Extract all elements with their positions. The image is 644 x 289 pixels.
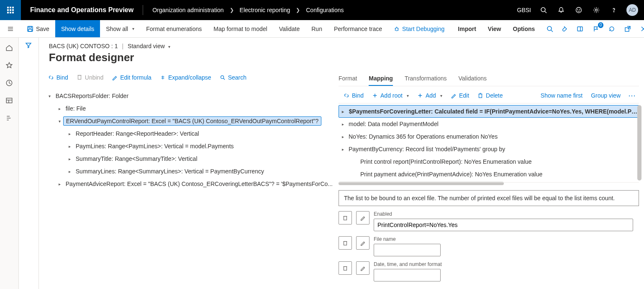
show-all-button[interactable]: Show all ▾ xyxy=(100,20,140,37)
datasource-row[interactable]: ▸PaymentByCurrency: Record list 'model/P… xyxy=(339,143,639,155)
flag-icon[interactable]: 0 xyxy=(591,24,601,34)
ds-edit-button[interactable]: Edit xyxy=(447,90,472,101)
search-tree-button[interactable]: Search xyxy=(216,72,250,83)
edit-enabled-button[interactable] xyxy=(356,211,369,224)
tree-row[interactable]: ▸ReportHeader: Range<ReportHeader>: Vert… xyxy=(46,127,335,140)
datasource-tree[interactable]: ▸$PaymentsForCoveringLetter: Calculated … xyxy=(339,103,639,183)
chevron-right-icon[interactable]: ▸ xyxy=(339,109,347,114)
add-button[interactable]: Add ▾ xyxy=(414,90,446,101)
add-root-button[interactable]: Add root ▾ xyxy=(369,90,412,101)
format-enumerations-button[interactable]: Format enumerations xyxy=(140,20,208,37)
datasource-row[interactable]: ▸NoYes: Dynamics 365 for Operations enum… xyxy=(339,130,639,143)
filename-input[interactable] xyxy=(374,244,441,256)
vertical-scrollbar[interactable] xyxy=(637,105,641,181)
datasource-row[interactable]: ▸model: Data model PaymentModel xyxy=(339,118,639,130)
popout-icon[interactable] xyxy=(623,24,633,34)
ds-delete-button[interactable]: Delete xyxy=(474,90,506,101)
home-icon[interactable] xyxy=(4,43,14,53)
delete-enabled-button[interactable] xyxy=(339,211,352,224)
tab-format[interactable]: Format xyxy=(339,72,357,86)
options-menu-button[interactable]: Options xyxy=(507,20,541,37)
chevron-right-icon[interactable]: ▸ xyxy=(67,144,73,149)
chevron-right-icon[interactable]: ▸ xyxy=(339,147,347,152)
view-selector[interactable]: Standard view ▾ xyxy=(128,43,170,49)
performance-trace-button[interactable]: Performance trace xyxy=(328,20,388,37)
company-label[interactable]: GBSI xyxy=(517,7,531,13)
chevron-right-icon[interactable]: ▸ xyxy=(67,169,73,174)
hamburger-button[interactable] xyxy=(0,20,21,37)
breadcrumb-item[interactable]: Electronic reporting xyxy=(240,7,290,13)
edit-datefmt-button[interactable] xyxy=(356,261,369,275)
datefmt-input[interactable] xyxy=(374,269,441,281)
tab-validations[interactable]: Validations xyxy=(459,72,487,86)
import-button[interactable]: Import xyxy=(452,20,482,37)
tree-row[interactable]: ▸PaymLines: Range<PaymLines>: Vertical =… xyxy=(46,140,335,152)
more-icon[interactable]: ⋯ xyxy=(626,91,639,100)
view-menu-button[interactable]: View xyxy=(482,20,507,37)
run-button[interactable]: Run xyxy=(305,20,328,37)
svg-line-17 xyxy=(395,30,396,30)
panel-icon[interactable] xyxy=(575,24,585,34)
chevron-down-icon[interactable]: ▾ xyxy=(46,94,53,98)
expand-collapse-button[interactable]: Expand/collapse xyxy=(157,72,215,83)
delete-filename-button[interactable] xyxy=(339,236,352,250)
tree-row[interactable]: ▸SummaryTitle: Range<SummaryTitle>: Vert… xyxy=(46,152,335,165)
chevron-right-icon[interactable]: ▸ xyxy=(67,157,73,161)
gear-icon[interactable] xyxy=(591,5,601,15)
breadcrumb-item[interactable]: Configurations xyxy=(306,7,344,13)
search-icon[interactable] xyxy=(539,5,549,15)
modules-icon[interactable] xyxy=(4,113,14,123)
filter-icon[interactable] xyxy=(25,42,32,289)
app-launcher-button[interactable] xyxy=(0,0,21,20)
chevron-right-icon[interactable]: ▸ xyxy=(56,182,63,186)
svg-point-4 xyxy=(580,9,580,10)
help-icon[interactable] xyxy=(609,5,619,15)
edit-formula-button[interactable]: Edit formula xyxy=(108,72,155,83)
format-tree[interactable]: ▾BACSReportsFolder: Folder▸file: File▾ER… xyxy=(42,87,335,280)
clock-icon[interactable] xyxy=(4,78,14,88)
map-format-to-model-button[interactable]: Map format to model xyxy=(208,20,273,37)
ds-bind-button[interactable]: Bind xyxy=(340,90,367,101)
tree-row[interactable]: ▾ERVendOutPaymControlReport: Excel = "BA… xyxy=(46,115,335,127)
horizontal-scrollbar[interactable] xyxy=(42,280,335,286)
avatar[interactable]: AD xyxy=(626,4,638,16)
enabled-input[interactable] xyxy=(374,219,633,231)
refresh-icon[interactable] xyxy=(607,24,617,34)
tree-row[interactable]: ▸SummaryLines: Range<SummaryLines>: Vert… xyxy=(46,165,335,178)
save-button[interactable]: Save xyxy=(21,20,55,37)
delete-datefmt-button[interactable] xyxy=(339,261,352,275)
chevron-right-icon[interactable]: ▸ xyxy=(56,106,63,111)
tree-row[interactable]: ▸file: File xyxy=(46,102,335,115)
star-icon[interactable] xyxy=(4,60,14,70)
bind-button[interactable]: Bind xyxy=(45,72,72,83)
smiley-icon[interactable] xyxy=(574,5,584,15)
chevron-right-icon[interactable]: ▸ xyxy=(339,122,347,126)
datasource-row[interactable]: Print control report(PrintControlReport)… xyxy=(339,155,639,168)
group-view-button[interactable]: Group view xyxy=(588,90,624,101)
edit-filename-button[interactable] xyxy=(356,236,369,250)
tree-row[interactable]: ▾BACSReportsFolder: Folder xyxy=(46,90,335,102)
unbind-button[interactable]: Unbind xyxy=(73,72,107,83)
workspace-icon[interactable] xyxy=(4,95,14,106)
show-details-button[interactable]: Show details xyxy=(55,20,100,37)
show-name-first-button[interactable]: Show name first xyxy=(537,90,586,101)
svg-point-2 xyxy=(576,8,582,13)
bell-icon[interactable] xyxy=(556,5,566,15)
chevron-down-icon[interactable]: ▾ xyxy=(56,119,63,124)
close-icon[interactable] xyxy=(639,24,644,34)
datasource-row[interactable]: Print payment advice(PrintPaymentAdvice)… xyxy=(339,168,639,181)
tree-row[interactable]: ▸PaymentAdviceReport: Excel = "BACS (UK)… xyxy=(46,178,335,190)
tab-transformations[interactable]: Transformations xyxy=(405,72,447,86)
attach-icon[interactable] xyxy=(559,24,569,34)
chevron-down-icon: ▾ xyxy=(440,93,442,98)
start-debugging-button[interactable]: Start Debugging xyxy=(388,20,450,37)
ds-bind-label: Bind xyxy=(352,92,364,99)
validate-button[interactable]: Validate xyxy=(273,20,306,37)
breadcrumb-item[interactable]: Organization administration xyxy=(152,7,223,13)
chevron-right-icon[interactable]: ▸ xyxy=(339,134,347,139)
tab-mapping[interactable]: Mapping xyxy=(369,72,393,86)
chevron-right-icon[interactable]: ▸ xyxy=(67,132,73,136)
search-command-button[interactable] xyxy=(541,20,559,37)
datasource-row[interactable]: ▸$PaymentsForCoveringLetter: Calculated … xyxy=(339,105,639,118)
chevron-down-icon: ▾ xyxy=(407,93,409,98)
